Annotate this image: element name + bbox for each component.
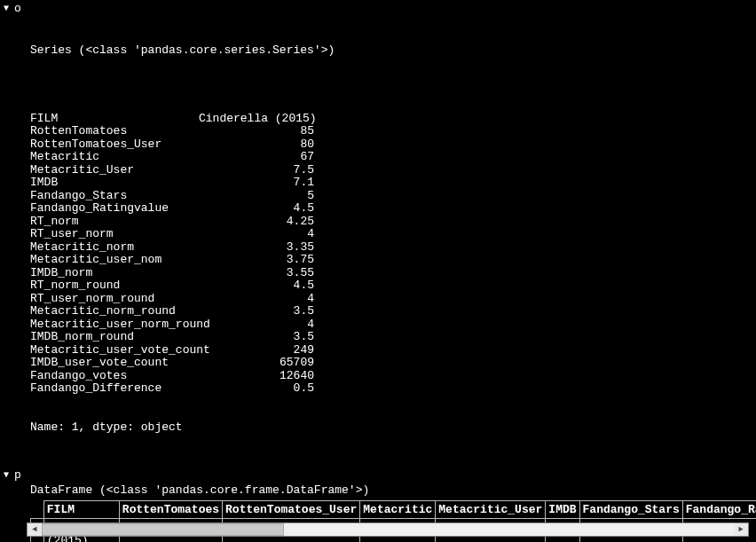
table-header-cell: RottenTomatoes_User [223,501,360,519]
table-header-cell: IMDB [546,501,579,519]
series-row-label: Fandango_Ratingvalue [30,202,199,216]
series-row-value: 4.25 [199,216,314,229]
series-row: FILMCinderella (2015) [30,113,752,126]
series-row: Fandango_Difference0.5 [30,382,752,396]
series-row-label: Metacritic_user_vote_count [30,344,199,357]
series-footer: Name: 1, dtype: object [30,421,752,435]
series-row-value: 3.55 [199,267,314,280]
series-row-label: Fandango_Difference [30,382,199,396]
table-header-cell: Fandango_Ratingvalue [682,501,756,519]
series-row: RT_user_norm4 [30,228,752,241]
series-row-label: Metacritic_User [30,164,199,177]
series-row-value: 4 [199,318,314,332]
series-row-value: Cinderella (2015) [199,113,314,126]
series-row: Fandango_Ratingvalue4.5 [30,202,752,216]
variable-p-header[interactable]: ▼ p [4,468,752,482]
variable-name: o [14,2,21,15]
series-row-label: Metacritic_user_norm_round [30,318,199,332]
table-header-cell: FILM [43,501,119,519]
series-row-label: RT_norm_round [30,279,199,293]
series-row-label: Metacritic_norm_round [30,305,199,318]
series-row: RottenTomatoes_User80 [30,138,752,152]
table-header-cell: Metacritic [360,501,436,519]
series-row-label: IMDB_norm_round [30,331,199,344]
collapse-icon[interactable]: ▼ [4,4,12,13]
table-header-cell: Metacritic_User [436,501,546,519]
table-header-cell [31,501,44,519]
series-type-line: Series (<class 'pandas.core.series.Serie… [30,44,752,58]
series-row-label: RT_user_norm [30,228,199,241]
variable-o-block: ▼ o Series (<class 'pandas.core.series.S… [4,2,752,460]
scroll-right-icon[interactable]: ► [734,523,748,536]
series-row-value: 5 [199,190,314,203]
series-row-label: Metacritic [30,151,199,164]
series-row: Metacritic_user_nom3.75 [30,254,752,267]
series-row: Metacritic67 [30,151,752,164]
scroll-thumb[interactable] [42,523,284,536]
table-header-cell: Fandango_Stars [579,501,682,519]
table-header-cell: RottenTomatoes [119,501,222,519]
series-row-value: 3.35 [199,241,314,255]
series-row: RT_norm4.25 [30,216,752,229]
series-row-value: 4.5 [199,202,314,216]
collapse-icon[interactable]: ▼ [4,470,12,480]
series-row: Metacritic_user_norm_round4 [30,318,752,332]
series-row: RottenTomatoes85 [30,125,752,138]
series-row-value: 4.5 [199,279,314,293]
series-row-value: 4 [199,228,314,241]
scroll-track[interactable] [42,523,734,536]
series-row-value: 249 [199,344,314,357]
series-row-value: 4 [199,293,314,306]
horizontal-scrollbar[interactable]: ◄ ► [27,522,749,537]
series-row: RT_norm_round4.5 [30,279,752,293]
series-row-label: IMDB [30,177,199,190]
series-row: IMDB_norm3.55 [30,267,752,280]
variable-name: p [14,468,21,482]
series-row-value: 3.75 [199,254,314,267]
series-row: IMDB7.1 [30,177,752,190]
series-row-label: Fandango_votes [30,370,199,383]
series-row-label: Metacritic_user_nom [30,254,199,267]
series-row-value: 12640 [199,370,314,383]
series-row-value: 7.1 [199,177,314,190]
series-row-label: RottenTomatoes [30,125,199,138]
series-row-value: 3.5 [199,331,314,344]
series-row-label: IMDB_user_vote_count [30,357,199,370]
series-row: Fandango_votes12640 [30,370,752,383]
series-row-label: RottenTomatoes_User [30,138,199,152]
dataframe-type-line: DataFrame (<class 'pandas.core.frame.Dat… [30,483,752,497]
series-row-value: 65709 [199,357,314,370]
series-row: Metacritic_norm3.35 [30,241,752,255]
series-row: RT_user_norm_round4 [30,293,752,306]
series-row-label: FILM [30,113,199,126]
series-row: Metacritic_User7.5 [30,164,752,177]
series-row: IMDB_user_vote_count65709 [30,357,752,370]
series-row-label: RT_norm [30,216,199,229]
series-row-value: 67 [199,151,314,164]
series-row-value: 85 [199,125,314,138]
scroll-left-icon[interactable]: ◄ [28,523,42,536]
series-row: Fandango_Stars5 [30,190,752,203]
series-row-label: Metacritic_norm [30,241,199,255]
series-row: IMDB_norm_round3.5 [30,331,752,344]
series-row-label: IMDB_norm [30,267,199,280]
series-row-value: 0.5 [199,382,314,396]
variable-o-header[interactable]: ▼ o [4,2,752,15]
series-row-value: 3.5 [199,305,314,318]
series-row-label: Fandango_Stars [30,190,199,203]
series-row: Metacritic_user_vote_count249 [30,344,752,357]
series-row: Metacritic_norm_round3.5 [30,305,752,318]
series-row-value: 7.5 [199,164,314,177]
series-rows: FILMCinderella (2015)RottenTomatoes85Rot… [30,113,752,396]
series-row-value: 80 [199,138,314,152]
series-row-label: RT_user_norm_round [30,293,199,306]
